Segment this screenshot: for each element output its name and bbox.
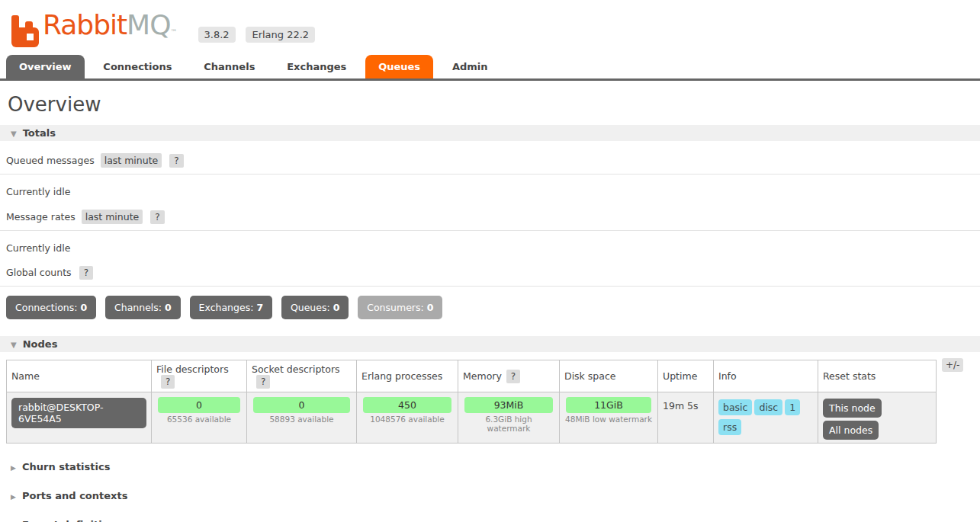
col-file-descriptors-label: File descriptors (156, 363, 229, 375)
disk-space-cell: 11GiB 48MiB low watermark (560, 392, 658, 444)
col-erlang-processes-label: Erlang processes (361, 370, 442, 382)
col-memory-label: Memory (463, 370, 502, 382)
ports-and-contexts-label: Ports and contexts (22, 490, 127, 501)
col-disk-space-label: Disk space (564, 370, 616, 382)
message-rates-heading: Message rates last minute ? (0, 210, 980, 231)
message-rates-label: Message rates (6, 211, 76, 223)
tab-queues[interactable]: Queues (365, 55, 433, 78)
col-socket-descriptors: Socket descriptors? (247, 360, 357, 392)
col-reset-stats: Reset stats (818, 360, 937, 392)
col-file-descriptors: File descriptors? (152, 360, 247, 392)
churn-statistics-section[interactable]: ▶Churn statistics (11, 461, 980, 472)
col-uptime: Uptime (658, 360, 714, 392)
ports-and-contexts-section[interactable]: ▶Ports and contexts (11, 490, 980, 501)
memory-help-icon[interactable]: ? (506, 370, 520, 383)
tab-connections[interactable]: Connections (90, 55, 185, 78)
main-tabbar: Overview Connections Channels Exchanges … (0, 55, 980, 81)
logo-text-mq: MQ (127, 9, 170, 40)
connections-count-value: 0 (80, 302, 87, 313)
exchanges-count-button[interactable]: Exchanges:7 (190, 296, 273, 319)
page-title: Overview (0, 93, 980, 116)
node-name-badge[interactable]: rabbit@DESKTOP-6VE54A5 (11, 398, 146, 428)
nodes-header-row: Name File descriptors? Socket descriptor… (7, 360, 937, 392)
col-name: Name (7, 360, 152, 392)
nodes-table: Name File descriptors? Socket descriptor… (6, 360, 937, 444)
tab-exchanges[interactable]: Exchanges (274, 55, 359, 78)
consumers-count-button: Consumers:0 (358, 296, 442, 319)
file-descriptors-cell: 0 65536 available (152, 392, 247, 444)
col-socket-descriptors-label: Socket descriptors (252, 363, 340, 375)
memory-bar: 93MiB (464, 397, 553, 413)
version-badges: 3.8.2 Erlang 22.2 (198, 27, 323, 43)
node-row: rabbit@DESKTOP-6VE54A5 0 65536 available… (7, 392, 937, 444)
expand-triangle-icon: ▶ (11, 493, 16, 501)
memory-watermark: 6.3GiB high watermark (463, 414, 554, 434)
uptime-cell: 19m 5s (658, 392, 714, 444)
queued-messages-label: Queued messages (6, 155, 95, 166)
consumers-count-label: Consumers: (367, 302, 423, 313)
tab-admin[interactable]: Admin (439, 55, 501, 78)
col-memory: Memory? (458, 360, 560, 392)
exchanges-count-value: 7 (256, 302, 263, 313)
totals-section-header[interactable]: ▼Totals (0, 125, 980, 141)
info-badge-stats[interactable]: 1 (785, 399, 800, 415)
col-uptime-label: Uptime (663, 370, 697, 382)
socket-descriptors-available: 58893 available (252, 414, 352, 425)
global-count-buttons: Connections:0 Channels:0 Exchanges:7 Que… (6, 296, 980, 319)
tab-channels[interactable]: Channels (191, 55, 268, 78)
col-info: Info (714, 360, 818, 392)
connections-count-button[interactable]: Connections:0 (6, 296, 96, 319)
tab-overview[interactable]: Overview (6, 55, 85, 78)
socket-descriptors-bar: 0 (253, 397, 350, 413)
queued-messages-idle-status: Currently idle (6, 186, 980, 197)
nodes-table-container: Name File descriptors? Socket descriptor… (6, 360, 974, 444)
churn-statistics-label: Churn statistics (22, 461, 111, 472)
message-rates-help-icon[interactable]: ? (150, 210, 164, 224)
reset-stats-cell: This nodeAll nodes (818, 392, 937, 444)
message-rates-idle-status: Currently idle (6, 242, 980, 254)
queues-count-value: 0 (333, 302, 340, 313)
collapse-triangle-icon: ▼ (11, 130, 17, 138)
logo-wordmark: RabbitMQ™ (43, 10, 177, 47)
disk-space-bar: 11GiB (566, 397, 651, 413)
col-reset-stats-label: Reset stats (823, 370, 876, 382)
totals-section-label: Totals (23, 127, 56, 139)
nodes-section-header[interactable]: ▼Nodes (0, 336, 980, 352)
consumers-count-value: 0 (427, 302, 434, 313)
global-counts-heading: Global counts ? (0, 266, 980, 287)
nodes-section-label: Nodes (23, 338, 58, 350)
message-rates-mode-badge[interactable]: last minute (82, 210, 143, 224)
queues-count-button[interactable]: Queues:0 (281, 296, 349, 319)
erlang-processes-cell: 450 1048576 available (357, 392, 458, 444)
queues-count-label: Queues: (291, 302, 330, 313)
app-header: RabbitMQ™ 3.8.2 Erlang 22.2 (0, 0, 980, 47)
info-badge-basic[interactable]: basic (718, 399, 752, 415)
collapse-triangle-icon: ▼ (11, 341, 17, 349)
file-descriptors-help-icon[interactable]: ? (161, 375, 175, 389)
info-badge-disc[interactable]: disc (754, 399, 782, 415)
col-info-label: Info (718, 370, 737, 382)
node-name-cell: rabbit@DESKTOP-6VE54A5 (7, 392, 152, 444)
col-erlang-processes: Erlang processes (357, 360, 458, 392)
memory-cell: 93MiB 6.3GiB high watermark (458, 392, 560, 444)
erlang-processes-available: 1048576 available (361, 414, 453, 425)
erlang-processes-bar: 450 (363, 397, 451, 413)
reset-all-nodes-button[interactable]: All nodes (823, 421, 879, 440)
col-disk-space: Disk space (560, 360, 658, 392)
reset-this-node-button[interactable]: This node (823, 399, 882, 418)
main-content: Overview ▼Totals Queued messages last mi… (0, 81, 980, 522)
queued-messages-mode-badge[interactable]: last minute (101, 153, 162, 168)
exchanges-count-label: Exchanges: (199, 302, 254, 313)
info-badge-rss[interactable]: rss (718, 419, 741, 435)
channels-count-button[interactable]: Channels:0 (105, 296, 181, 319)
socket-descriptors-help-icon[interactable]: ? (256, 375, 270, 389)
rabbitmq-logo[interactable]: RabbitMQ™ (11, 10, 177, 47)
export-definitions-section[interactable]: ▶Export definitions (11, 519, 980, 522)
add-remove-columns-button[interactable]: +/- (942, 358, 963, 372)
col-name-label: Name (11, 370, 40, 382)
info-cell: basicdisc1rss (714, 392, 818, 444)
queued-messages-heading: Queued messages last minute ? (0, 153, 980, 175)
rabbitmq-logo-icon (11, 15, 40, 47)
queued-messages-help-icon[interactable]: ? (169, 154, 183, 168)
global-counts-help-icon[interactable]: ? (79, 266, 93, 280)
